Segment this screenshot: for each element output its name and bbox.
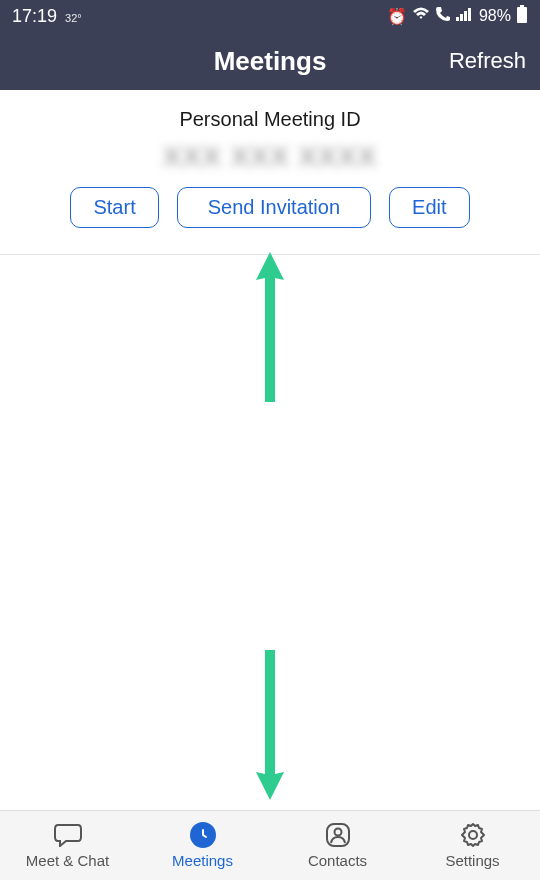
svg-point-9	[334, 829, 341, 836]
svg-rect-2	[464, 11, 467, 21]
svg-point-10	[469, 831, 477, 839]
tab-settings[interactable]: Settings	[405, 811, 540, 880]
contacts-icon	[325, 822, 351, 848]
pmi-label: Personal Meeting ID	[0, 108, 540, 131]
app-header: Meetings Refresh	[0, 32, 540, 90]
page-title: Meetings	[214, 46, 327, 77]
tab-label: Contacts	[308, 852, 367, 869]
tab-label: Meetings	[172, 852, 233, 869]
annotation-arrow-up-icon	[250, 252, 290, 402]
edit-button[interactable]: Edit	[389, 187, 469, 228]
tab-meetings[interactable]: Meetings	[135, 811, 270, 880]
status-left: 17:19 32°	[12, 6, 82, 27]
clock-icon	[190, 822, 216, 848]
start-button[interactable]: Start	[70, 187, 158, 228]
tab-label: Meet & Chat	[26, 852, 109, 869]
svg-marker-7	[256, 650, 284, 800]
bottom-tabbar: Meet & Chat Meetings Contacts Settings	[0, 810, 540, 880]
call-icon	[435, 6, 451, 26]
tab-meet-chat[interactable]: Meet & Chat	[0, 811, 135, 880]
pmi-value: XXX XXX XXXX	[163, 141, 377, 173]
svg-rect-5	[517, 7, 527, 23]
action-button-row: Start Send Invitation Edit	[0, 187, 540, 228]
svg-rect-0	[456, 17, 459, 21]
chat-icon	[54, 822, 82, 848]
status-right: ⏰ 98%	[387, 5, 528, 27]
status-time: 17:19	[12, 6, 57, 27]
svg-marker-6	[256, 252, 284, 402]
content-area: Personal Meeting ID XXX XXX XXXX Start S…	[0, 90, 540, 255]
alarm-icon: ⏰	[387, 7, 407, 26]
svg-rect-1	[460, 14, 463, 21]
status-bar: 17:19 32° ⏰ 98%	[0, 0, 540, 32]
tab-label: Settings	[445, 852, 499, 869]
svg-rect-4	[520, 5, 524, 7]
wifi-icon	[412, 7, 430, 25]
tab-contacts[interactable]: Contacts	[270, 811, 405, 880]
battery-icon	[516, 5, 528, 27]
svg-rect-3	[468, 8, 471, 21]
gear-icon	[460, 822, 486, 848]
annotation-arrow-down-icon	[250, 650, 290, 800]
send-invitation-button[interactable]: Send Invitation	[177, 187, 371, 228]
battery-percentage: 98%	[479, 7, 511, 25]
signal-icon	[456, 7, 474, 25]
refresh-button[interactable]: Refresh	[449, 48, 526, 74]
status-temp: 32°	[65, 12, 82, 24]
